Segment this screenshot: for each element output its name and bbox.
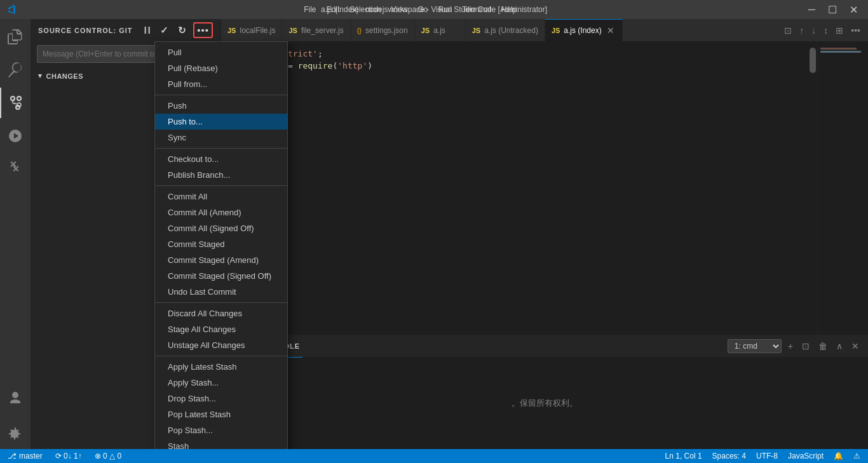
menu-item-commit-staged-amend[interactable]: Commit Staged (Amend) [155, 252, 287, 268]
titlebar: File Edit Selection View Go Run Terminal… [0, 0, 868, 19]
js-file-icon: JS [227, 27, 236, 34]
menu-item-pull[interactable]: Pull [155, 44, 287, 60]
menu-item-unstage-all-changes[interactable]: Unstage All Changes [155, 337, 287, 353]
menu-item-discard-all-changes[interactable]: Discard All Changes [155, 305, 287, 321]
code-area[interactable]: 'use strict'; var a = require('http') [253, 41, 808, 335]
tab-localfile[interactable]: JS localFile.js [221, 19, 282, 41]
code-line-1: 'use strict'; [253, 48, 808, 60]
menu-item-push[interactable]: Push [155, 98, 287, 114]
more-tabs-button[interactable]: ••• [848, 24, 863, 37]
minimap-line-2 [820, 51, 861, 53]
status-errors[interactable]: ⊗ 0 △ 0 [92, 449, 124, 463]
menu-item-commit-all-amend[interactable]: Commit All (Amend) [155, 205, 287, 220]
menu-separator-5 [155, 356, 287, 356]
tab-settings-json[interactable]: {} settings.json [351, 19, 415, 41]
check-button[interactable]: ✓ [158, 23, 172, 37]
status-notifications[interactable]: 🔔 [831, 449, 846, 463]
status-bar: ⎇ master ⟳ 0↓ 1↑ ⊗ 0 △ 0 Ln 1, Col 1 Spa… [0, 449, 868, 463]
editor-scrollbar[interactable] [808, 41, 817, 335]
menu-item-pull-rebase[interactable]: Pull (Rebase) [155, 60, 287, 76]
collapse-all-button[interactable]: ⁞⁞ [141, 23, 154, 37]
status-branch[interactable]: ⎇ master [5, 449, 45, 463]
activity-item-account[interactable] [0, 386, 31, 416]
menu-file[interactable]: File [304, 5, 316, 14]
split-down-button[interactable]: ⊞ [833, 24, 846, 37]
files-icon [8, 29, 23, 44]
language-text: JavaScript [788, 452, 824, 460]
menu-item-pop-latest-stash[interactable]: Pop Latest Stash [155, 406, 287, 422]
activity-item-explorer[interactable] [0, 22, 31, 52]
status-sync[interactable]: ⟳ 0↓ 1↑ [53, 449, 85, 463]
menu-item-push-to[interactable]: Push to... [155, 114, 287, 130]
activity-item-search[interactable] [0, 55, 31, 85]
menu-item-sync[interactable]: Sync [155, 130, 287, 145]
json-file-icon: {} [357, 27, 362, 34]
code-line-2: var a = require('http') [253, 60, 808, 72]
menu-item-checkout-to[interactable]: Checkout to... [155, 151, 287, 167]
menu-separator-2 [155, 148, 287, 149]
menu-item-stash[interactable]: Stash [155, 438, 287, 449]
encoding-text: UTF-8 [756, 452, 778, 460]
main-area: SOURCE CONTROL: GIT ⁞⁞ ✓ ↻ ••• ▾ CHANGES… [0, 19, 868, 449]
menu-item-publish-branch[interactable]: Publish Branch... [155, 167, 287, 183]
menu-item-apply-stash[interactable]: Apply Stash... [155, 375, 287, 391]
activity-item-run[interactable] [0, 121, 31, 151]
activity-item-extensions[interactable] [0, 154, 31, 184]
status-encoding[interactable]: UTF-8 [754, 449, 780, 463]
minimize-button[interactable]: ─ [804, 4, 819, 15]
delete-terminal-button[interactable]: 🗑 [816, 340, 830, 352]
tab-a-js-untracked[interactable]: JS a.js (Untracked) [466, 19, 545, 41]
menu-item-commit-all[interactable]: Commit All [155, 189, 287, 205]
editor-area: JS localFile.js JS file_server.js {} set… [221, 19, 868, 449]
menu-item-stage-all-changes[interactable]: Stage All Changes [155, 321, 287, 337]
scrollbar-thumb [810, 48, 816, 73]
js-file-icon: JS [288, 27, 297, 34]
menu-item-pop-stash[interactable]: Pop Stash... [155, 422, 287, 438]
tab-file-server[interactable]: JS file_server.js [282, 19, 350, 41]
sidebar: SOURCE CONTROL: GIT ⁞⁞ ✓ ↻ ••• ▾ CHANGES… [31, 19, 221, 449]
status-warnings[interactable]: ⚠ [851, 449, 863, 463]
panel-header: DEBUG CONSOLE 1: cmd + ⊡ 🗑 ∧ ✕ [221, 335, 868, 358]
panel-actions: 1: cmd + ⊡ 🗑 ∧ ✕ [728, 339, 862, 353]
operator-equals: = [288, 61, 298, 70]
titlebar-controls: ─ ☐ ✕ [804, 4, 862, 16]
menu-item-apply-latest-stash[interactable]: Apply Latest Stash [155, 359, 287, 375]
maximize-button[interactable]: ☐ [824, 4, 841, 16]
close-button[interactable]: ✕ [846, 4, 862, 16]
activity-item-settings[interactable] [0, 419, 31, 449]
extensions-icon [8, 161, 23, 177]
split-terminal-button[interactable]: ⊡ [799, 340, 812, 352]
menu-item-commit-staged[interactable]: Commit Staged [155, 236, 287, 252]
tab-a-js-index[interactable]: JS a.js (Index) ✕ [545, 19, 623, 41]
chevron-up-button[interactable]: ∧ [834, 340, 845, 352]
changes-header-left: ▾ CHANGES [38, 72, 83, 80]
status-spaces[interactable]: Spaces: 4 [710, 449, 749, 463]
status-position[interactable]: Ln 1, Col 1 [663, 449, 705, 463]
run-icon [8, 128, 23, 144]
move-editor-button[interactable]: ↕ [821, 24, 831, 37]
split-editor-button[interactable]: ⊡ [782, 24, 794, 37]
titlebar-left [6, 4, 17, 15]
warnings-icon: ⚠ [853, 452, 860, 460]
minimap-line-1 [820, 48, 857, 50]
errors-text: ⊗ 0 △ 0 [95, 452, 121, 460]
menu-item-commit-staged-signed-off[interactable]: Commit Staged (Signed Off) [155, 268, 287, 284]
refresh-button[interactable]: ↻ [175, 23, 189, 37]
tab-a-js[interactable]: JS a.js [415, 19, 466, 41]
js-file-icon: JS [421, 27, 430, 34]
scroll-left-button[interactable]: ↑ [797, 24, 806, 37]
tab-close-button[interactable]: ✕ [606, 25, 616, 36]
editor-content: 1 2 'use strict'; var a = require('http'… [221, 41, 868, 335]
close-panel-button[interactable]: ✕ [849, 340, 862, 352]
terminal-selector[interactable]: 1: cmd [728, 339, 782, 353]
scroll-right-button[interactable]: ↓ [809, 24, 818, 37]
menu-item-undo-last-commit[interactable]: Undo Last Commit [155, 284, 287, 300]
sidebar-header-actions: ⁞⁞ ✓ ↻ ••• [141, 22, 213, 38]
activity-item-source-control[interactable] [0, 88, 31, 118]
menu-item-pull-from[interactable]: Pull from... [155, 76, 287, 92]
menu-item-drop-stash[interactable]: Drop Stash... [155, 391, 287, 406]
status-language[interactable]: JavaScript [785, 449, 826, 463]
menu-item-commit-all-signed-off[interactable]: Commit All (Signed Off) [155, 220, 287, 236]
more-actions-button[interactable]: ••• [193, 22, 213, 38]
new-terminal-button[interactable]: + [785, 340, 796, 352]
